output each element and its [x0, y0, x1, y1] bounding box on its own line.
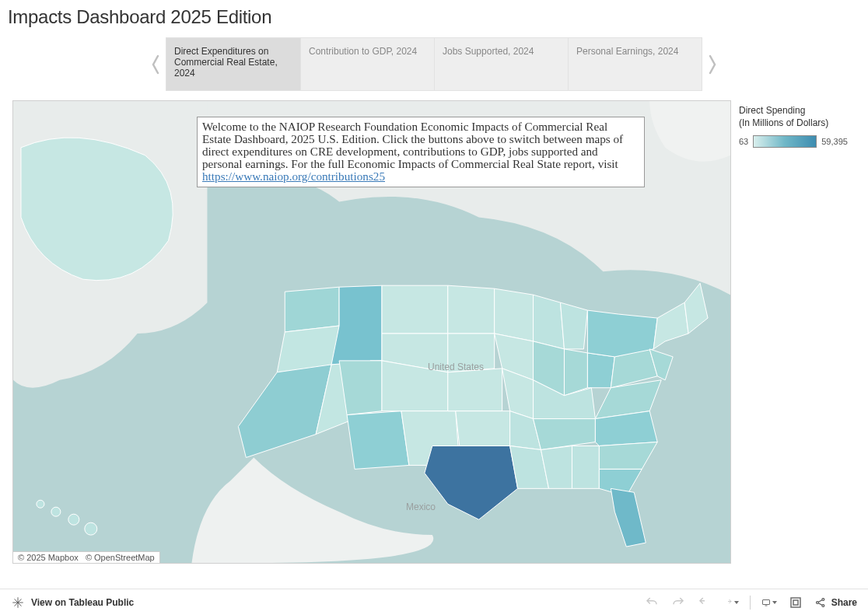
svg-rect-12 [793, 600, 798, 605]
svg-rect-9 [762, 599, 769, 604]
map-attribution: © 2025 Mapbox © OpenStreetMap [13, 551, 160, 563]
undo-icon [644, 595, 660, 610]
tab-navigation-row: Direct Expenditures on Commercial Real E… [0, 37, 868, 91]
svg-point-13 [816, 601, 818, 603]
svg-point-4 [85, 522, 97, 535]
share-label: Share [831, 597, 857, 608]
attrib-mapbox[interactable]: © 2025 Mapbox [18, 553, 79, 562]
tableau-logo-icon [11, 596, 25, 610]
legend-title-line2: (In Millions of Dollars) [739, 117, 848, 130]
tab-personal-earnings[interactable]: Personal Earnings, 2024 [568, 38, 702, 90]
content-area: United States Mexico Welcome to the NAIO… [0, 100, 868, 564]
svg-point-1 [37, 500, 44, 508]
replay-back-icon [697, 595, 712, 610]
legend-gradient-bar[interactable] [753, 135, 817, 148]
tab-label: Direct Expenditures on Commercial Real E… [174, 46, 292, 79]
legend-title-line1: Direct Spending [739, 105, 848, 117]
tab-jobs-supported[interactable]: Jobs Supported, 2024 [434, 38, 568, 90]
tab-list: Direct Expenditures on Commercial Real E… [166, 37, 702, 91]
attrib-osm[interactable]: © OpenStreetMap [86, 553, 155, 562]
share-icon [814, 596, 827, 609]
legend-min: 63 [739, 137, 748, 146]
svg-point-14 [822, 598, 824, 600]
color-legend: Direct Spending (In Millions of Dollars)… [736, 100, 851, 564]
legend-max: 59,395 [821, 137, 848, 146]
svg-line-16 [818, 599, 822, 602]
svg-line-17 [818, 603, 822, 605]
view-on-tableau-button[interactable]: View on Tableau Public [11, 596, 134, 610]
tab-contribution-gdp[interactable]: Contribution to GDP, 2024 [300, 38, 434, 90]
redo-icon [670, 595, 686, 610]
replay-forward-icon [723, 595, 739, 610]
next-tab-arrow-icon[interactable] [702, 41, 723, 88]
tab-label: Contribution to GDP, 2024 [309, 46, 417, 57]
device-preview-icon[interactable] [761, 595, 777, 610]
svg-rect-11 [791, 598, 800, 607]
view-on-tableau-label: View on Tableau Public [31, 597, 134, 608]
choropleth-map[interactable]: United States Mexico Welcome to the NAIO… [12, 100, 731, 564]
welcome-text: Welcome to the NAIOP Research Foundation… [202, 120, 623, 170]
svg-point-2 [51, 507, 61, 516]
welcome-link[interactable]: https://www.naiop.org/contributions25 [202, 169, 385, 183]
prev-tab-arrow-icon[interactable] [145, 41, 166, 88]
tab-direct-expenditures[interactable]: Direct Expenditures on Commercial Real E… [166, 38, 300, 90]
footer-separator [750, 596, 751, 610]
page-title: Impacts Dashboard 2025 Edition [0, 0, 868, 37]
fullscreen-icon[interactable] [788, 595, 803, 610]
welcome-tooltip: Welcome to the NAIOP Research Foundation… [197, 117, 645, 187]
tab-label: Personal Earnings, 2024 [576, 46, 678, 57]
svg-point-15 [822, 604, 824, 606]
share-button[interactable]: Share [814, 596, 857, 609]
footer-toolbar: View on Tableau Public Share [0, 589, 868, 615]
footer-actions: Share [644, 595, 857, 610]
tab-label: Jobs Supported, 2024 [443, 46, 534, 57]
svg-point-3 [68, 514, 79, 525]
